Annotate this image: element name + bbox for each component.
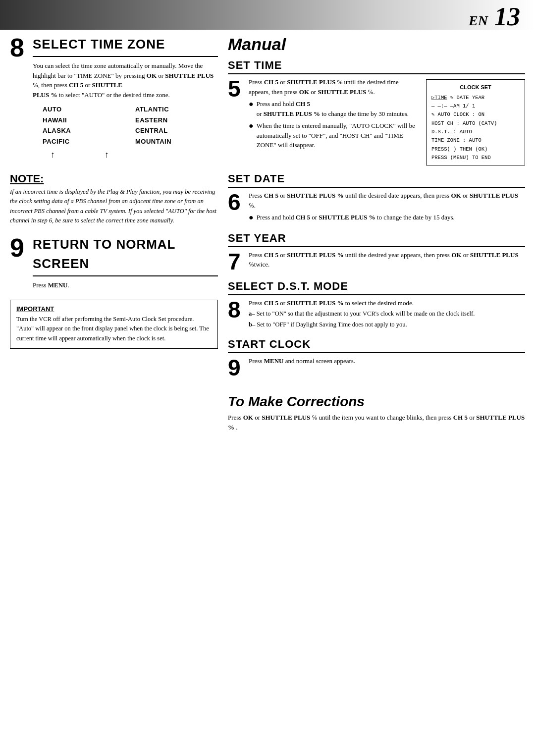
step-8-right-number: 8 — [228, 298, 244, 321]
clock-line-5: D.S.T. : AUTO — [431, 128, 520, 136]
select-time-zone-heading: SELECT TIME ZONE — [33, 35, 218, 57]
corrections-section: To Make Corrections Press OK or SHUTTLE … — [228, 394, 525, 432]
clock-line-3: ✎ AUTO CLOCK : ON — [431, 110, 520, 119]
step-8-body: You can select the time zone automatical… — [33, 61, 218, 100]
step-9-number: 9 — [10, 235, 28, 261]
step-8-right-row: 8 Press CH 5 or SHUTTLE PLUS % to select… — [228, 298, 525, 331]
bullet-1-text: Press and hold CH 5or SHUTTLE PLUS % to … — [257, 99, 409, 118]
header-stripe — [0, 0, 535, 30]
step-8-right-content: Press CH 5 or SHUTTLE PLUS % to select t… — [249, 298, 525, 331]
important-text: Turn the VCR off after performing the Se… — [16, 315, 212, 343]
set-date-heading: SET DATE — [228, 172, 525, 188]
note-text: If an incorrect time is displayed by the… — [10, 187, 218, 226]
en-label: EN — [469, 13, 488, 28]
arrow-up-left: ↑ — [51, 148, 55, 162]
clock-line-1: ▷TIME ✎ DATE YEAR — [431, 94, 520, 102]
bullet-dot-3: ● — [249, 213, 254, 222]
note-section: NOTE: If an incorrect time is displayed … — [10, 172, 218, 226]
set-date-bullet: ● Press and hold CH 5 or SHUTTLE PLUS % … — [249, 213, 525, 222]
step-7-body: Press CH 5 or SHUTTLE PLUS % until the d… — [249, 250, 525, 270]
step-9-right-row: 9 Press MENU and normal screen appears. — [228, 356, 525, 379]
step-6-number: 6 — [228, 191, 244, 214]
page-number: 13 — [488, 2, 520, 31]
return-section: 9 RETURN TO NORMAL SCREEN Press MENU. — [10, 235, 218, 290]
clock-line-7: PRESS( ) THEN (OK) — [431, 145, 520, 154]
step-6-row: 6 Press CH 5 or SHUTTLE PLUS % until the… — [228, 191, 525, 225]
note-heading: NOTE: — [10, 172, 218, 185]
dst-mode-heading: SELECT D.S.T. MODE — [228, 280, 525, 295]
bullet-dot-1: ● — [249, 99, 254, 108]
clock-line-2: — —:— —AM 1/ 1 — [431, 102, 520, 110]
right-column: Manual SET TIME 5 CLOCK SET ▷TIME ✎ DATE… — [228, 35, 525, 432]
tz-arrows: ↑ ↑ — [51, 148, 218, 162]
step-9-right-content: Press MENU and normal screen appears. — [249, 356, 525, 366]
set-time-heading: SET TIME — [228, 59, 525, 74]
step-7-number: 7 — [228, 250, 244, 273]
important-heading: IMPORTANT — [16, 305, 212, 313]
step-8-dst-body: Press CH 5 or SHUTTLE PLUS % to select t… — [249, 298, 525, 308]
bullet-dot-2: ● — [249, 121, 254, 130]
tz-hawaii: HAWAII — [43, 115, 125, 125]
clock-line-6: TIME ZONE : AUTO — [431, 136, 520, 145]
start-clock-heading: START CLOCK — [228, 338, 525, 353]
step-6-body: Press CH 5 or SHUTTLE PLUS % until the d… — [249, 191, 525, 210]
tz-mountain: MOUNTAIN — [135, 137, 218, 147]
set-time-bullet-2: ● When the time is entered manually, "AU… — [249, 121, 421, 150]
set-year-heading: SET YEAR — [228, 232, 525, 247]
bullet-2-text: When the time is entered manually, "AUTO… — [257, 121, 421, 150]
tz-auto: AUTO — [43, 105, 125, 114]
section-8-dst-mode: SELECT D.S.T. MODE 8 Press CH 5 or SHUTT… — [228, 280, 525, 331]
step-5-content: CLOCK SET ▷TIME ✎ DATE YEAR — —:— —AM 1/… — [249, 77, 525, 165]
corrections-heading: To Make Corrections — [228, 394, 525, 410]
step-9-body: Press MENU. — [33, 280, 218, 290]
section-6-set-date: SET DATE 6 Press CH 5 or SHUTTLE PLUS % … — [228, 172, 525, 225]
manual-heading: Manual — [228, 35, 525, 54]
arrow-up-right: ↑ — [105, 148, 109, 162]
step-9-right-number: 9 — [228, 356, 244, 379]
left-column: 8 SELECT TIME ZONE You can select the ti… — [10, 35, 218, 432]
clock-set-display: CLOCK SET ▷TIME ✎ DATE YEAR — —:— —AM 1/… — [426, 79, 525, 165]
timezone-grid: AUTOATLANTIC HAWAIIEASTERN ALASKACENTRAL… — [43, 105, 218, 146]
step-6-content: Press CH 5 or SHUTTLE PLUS % until the d… — [249, 191, 525, 225]
step-9-start-body: Press MENU and normal screen appears. — [249, 356, 525, 366]
step-7-row: 7 Press CH 5 or SHUTTLE PLUS % until the… — [228, 250, 525, 273]
step-9-content: RETURN TO NORMAL SCREEN Press MENU. — [33, 235, 218, 290]
tz-central: CENTRAL — [135, 126, 218, 136]
step-7-content: Press CH 5 or SHUTTLE PLUS % until the d… — [249, 250, 525, 270]
page-header: EN 13 — [469, 4, 520, 30]
clock-set-title: CLOCK SET — [431, 83, 520, 92]
step-8-select-time-zone: 8 SELECT TIME ZONE You can select the ti… — [10, 35, 218, 165]
step-8-number: 8 — [10, 35, 28, 60]
clock-line-4: HOST CH : AUTO (CATV) — [431, 119, 520, 128]
tz-alaska: ALASKA — [43, 126, 125, 136]
section-7-set-year: SET YEAR 7 Press CH 5 or SHUTTLE PLUS % … — [228, 232, 525, 273]
step-5-row: 5 CLOCK SET ▷TIME ✎ DATE YEAR — —:— —AM … — [228, 77, 525, 165]
tz-pacific: PACIFIC — [43, 137, 125, 147]
section-5-set-time: SET TIME 5 CLOCK SET ▷TIME ✎ DATE YEAR —… — [228, 59, 525, 165]
clock-line-8: PRESS (MENU) TO END — [431, 154, 520, 162]
tz-eastern: EASTERN — [135, 115, 218, 125]
step-5-number: 5 — [228, 77, 244, 100]
important-box: IMPORTANT Turn the VCR off after perform… — [10, 300, 218, 349]
tz-atlantic: ATLANTIC — [135, 105, 218, 114]
bullet-date-text: Press and hold CH 5 or SHUTTLE PLUS % to… — [257, 213, 455, 222]
step-8-content: SELECT TIME ZONE You can select the time… — [33, 35, 218, 165]
menu-label: MENU — [48, 281, 68, 289]
main-layout: 8 SELECT TIME ZONE You can select the ti… — [10, 35, 525, 432]
set-time-bullet-1: ● Press and hold CH 5or SHUTTLE PLUS % t… — [249, 99, 421, 118]
step-9-return: 9 RETURN TO NORMAL SCREEN Press MENU. — [10, 235, 218, 290]
corrections-text: Press OK or SHUTTLE PLUS ℅ until the ite… — [228, 413, 525, 432]
section-9-start-clock: START CLOCK 9 Press MENU and normal scre… — [228, 338, 525, 379]
return-heading: RETURN TO NORMAL SCREEN — [33, 235, 218, 276]
dst-sub-a: a– Set to "ON" so that the adjustment to… — [249, 309, 525, 319]
dst-sub-b: b– Set to "OFF" if Daylight Saving Time … — [249, 320, 525, 329]
